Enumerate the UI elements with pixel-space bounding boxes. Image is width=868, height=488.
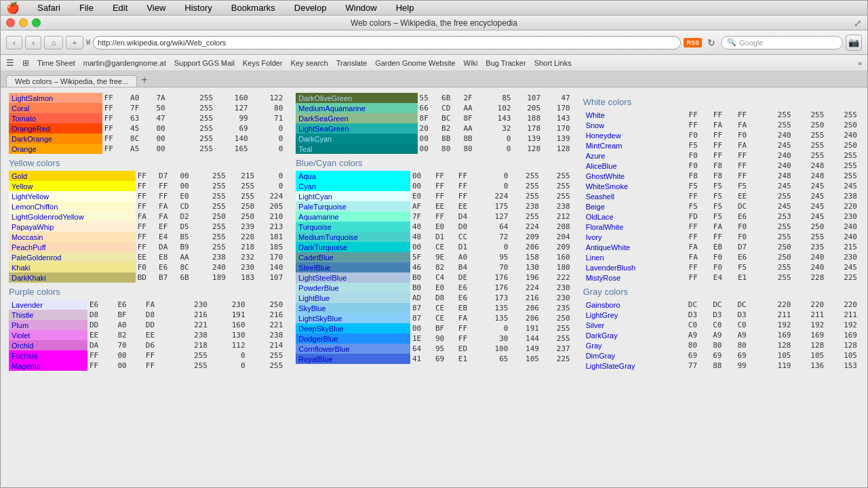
history-menu[interactable]: History xyxy=(180,2,216,14)
color-link[interactable]: DeepSkyBlue xyxy=(298,325,344,333)
reload-button[interactable]: ↻ xyxy=(705,36,718,49)
color-link[interactable]: LightSteelBlue xyxy=(298,274,347,282)
color-link[interactable]: Yellow xyxy=(12,182,33,190)
color-link[interactable]: MistyRose xyxy=(586,274,620,282)
color-link[interactable]: LightSkyBlue xyxy=(298,314,342,323)
bookmark-support[interactable]: Support GGS Mail xyxy=(174,59,235,67)
color-link[interactable]: PapayaWhip xyxy=(12,223,54,231)
color-link[interactable]: LightGrey xyxy=(586,311,618,319)
color-link[interactable]: LightSalmon xyxy=(12,94,53,102)
color-link[interactable]: Gainsboro xyxy=(586,301,620,309)
bookmark-wiki[interactable]: Wiki xyxy=(464,59,478,67)
color-link[interactable]: Fuchsia xyxy=(12,352,38,360)
color-link[interactable]: DarkOrange xyxy=(12,135,52,143)
safari-menu[interactable]: Safari xyxy=(33,2,64,14)
color-link[interactable]: PaleTurquoise xyxy=(298,203,347,211)
color-link[interactable]: DarkSeaGreen xyxy=(298,115,348,123)
color-link[interactable]: Turquoise xyxy=(298,223,332,231)
color-link[interactable]: Moccasin xyxy=(12,233,43,241)
color-link[interactable]: Gold xyxy=(12,172,27,180)
color-link[interactable]: Orchid xyxy=(12,342,33,350)
color-link[interactable]: Khaki xyxy=(12,264,31,272)
minimize-button[interactable] xyxy=(19,18,28,27)
color-link[interactable]: Gray xyxy=(586,342,602,350)
bookmark-time-sheet[interactable]: Time Sheet xyxy=(37,59,75,67)
color-link[interactable]: Azure xyxy=(586,152,606,160)
color-link[interactable]: CadetBlue xyxy=(298,253,333,262)
color-link[interactable]: Beige xyxy=(586,203,605,211)
home-button[interactable]: ⌂ xyxy=(44,36,63,49)
color-link[interactable]: Silver xyxy=(586,321,605,329)
bookmark-translate[interactable]: Translate xyxy=(336,59,367,67)
color-link[interactable]: Honeydew xyxy=(586,131,621,140)
color-link[interactable]: DodgerBlue xyxy=(298,335,338,343)
color-link[interactable]: Ivory xyxy=(586,233,602,241)
color-link[interactable]: LightBlue xyxy=(298,294,330,302)
window-menu[interactable]: Window xyxy=(341,2,380,14)
bookmark-short[interactable]: Short Links xyxy=(534,59,572,67)
color-link[interactable]: MediumAquamarine xyxy=(298,104,365,113)
camera-button[interactable]: 📷 xyxy=(846,35,862,51)
color-link[interactable]: White xyxy=(586,111,605,119)
tab-web-colors[interactable]: Web colors – Wikipedia, the free... xyxy=(6,75,137,87)
color-link[interactable]: Thistle xyxy=(12,311,33,319)
address-bar[interactable]: http://en.wikipedia.org/wiki/Web_colors xyxy=(93,36,681,49)
color-link[interactable]: Aqua xyxy=(298,172,316,180)
color-link[interactable]: SkyBlue xyxy=(298,304,326,312)
color-link[interactable]: Orange xyxy=(12,145,37,153)
color-link[interactable]: LightYellow xyxy=(12,192,49,201)
develop-menu[interactable]: Develop xyxy=(290,2,331,14)
search-bar[interactable]: 🔍 Google xyxy=(721,36,843,49)
color-link[interactable]: SteelBlue xyxy=(298,264,330,272)
color-link[interactable]: DarkTurquoise xyxy=(298,243,347,251)
color-link[interactable]: MintCream xyxy=(586,142,623,150)
file-menu[interactable]: File xyxy=(75,2,98,14)
sidebar-button[interactable]: ☰ xyxy=(6,58,14,68)
edit-menu[interactable]: Edit xyxy=(108,2,132,14)
color-link[interactable]: AliceBlue xyxy=(586,162,617,170)
color-link[interactable]: OldLace xyxy=(586,213,614,221)
color-link[interactable]: Aquamarine xyxy=(298,213,338,221)
color-link[interactable]: Snow xyxy=(586,121,605,129)
color-link[interactable]: GhostWhite xyxy=(586,172,625,180)
color-link[interactable]: Plum xyxy=(12,321,28,329)
resize-button[interactable]: ⤢ xyxy=(854,18,862,28)
color-link[interactable]: FloralWhite xyxy=(586,223,624,231)
color-link[interactable]: LightCyan xyxy=(298,192,332,201)
color-link[interactable]: DarkGray xyxy=(586,331,618,340)
rss-button[interactable]: RSS xyxy=(684,38,702,47)
bookmark-bug[interactable]: Bug Tracker xyxy=(486,59,526,67)
color-link[interactable]: Lavender xyxy=(12,301,43,309)
color-link[interactable]: Cyan xyxy=(298,182,316,190)
help-menu[interactable]: Help xyxy=(392,2,418,14)
bookmark-keysearch[interactable]: Key search xyxy=(291,59,328,67)
color-link[interactable]: Magenta xyxy=(12,362,41,370)
bookmark-gnome[interactable]: Garden Gnome Website xyxy=(375,59,455,67)
bookmarks-menu[interactable]: Bookmarks xyxy=(227,2,279,14)
color-link[interactable]: LemonChiffon xyxy=(12,203,58,211)
bookmark-martin[interactable]: martin@gardengnome.at xyxy=(83,59,166,67)
color-link[interactable]: Teal xyxy=(298,145,312,153)
color-link[interactable]: DarkCyan xyxy=(298,135,332,143)
bookmark-keys[interactable]: Keys Folder xyxy=(243,59,283,67)
apple-menu[interactable]: 🍎 xyxy=(6,1,20,14)
color-link[interactable]: CornflowerBlue xyxy=(298,345,349,353)
color-link[interactable]: Linen xyxy=(586,253,604,262)
color-link[interactable]: PaleGoldenrod xyxy=(12,253,61,262)
color-link[interactable]: Coral xyxy=(12,104,29,113)
color-link[interactable]: WhiteSmoke xyxy=(586,182,628,190)
color-link[interactable]: Tomato xyxy=(12,115,36,123)
color-link[interactable]: DarkOliveGreen xyxy=(298,94,352,102)
back-button[interactable]: ‹ xyxy=(6,36,22,49)
color-link[interactable]: LightSeaGreen xyxy=(298,125,349,133)
color-link[interactable]: RoyalBlue xyxy=(298,355,332,363)
forward-button[interactable]: › xyxy=(25,36,41,49)
color-link[interactable]: DimGray xyxy=(586,352,615,360)
color-link[interactable]: Seashell xyxy=(586,192,614,201)
color-link[interactable]: LightGoldenrodYellow xyxy=(12,213,84,221)
color-link[interactable]: OrangeRed xyxy=(12,125,50,133)
view-menu[interactable]: View xyxy=(142,2,170,14)
close-button[interactable] xyxy=(6,18,15,27)
color-link[interactable]: PowderBlue xyxy=(298,284,338,292)
color-link[interactable]: LightSlateGray xyxy=(586,362,635,370)
